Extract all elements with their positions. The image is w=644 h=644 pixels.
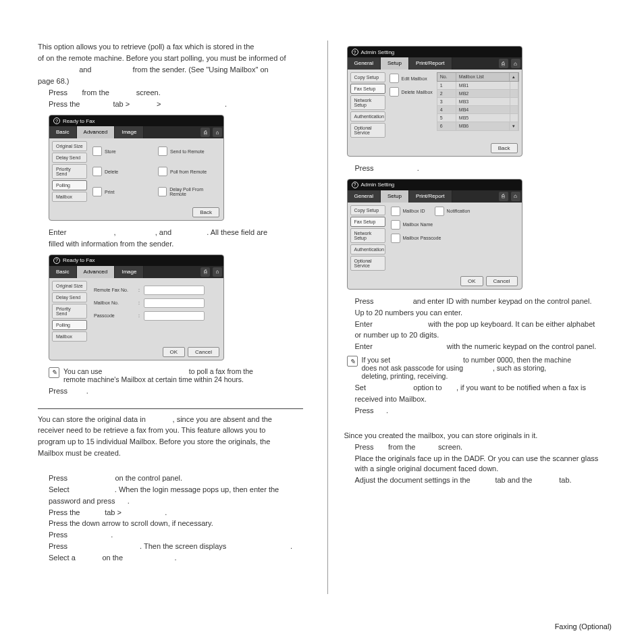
tab-advanced[interactable]: Advanced [77,126,115,138]
tab-setup[interactable]: Setup [381,57,409,70]
sidebar-authentication[interactable]: Authentication [350,111,385,122]
window-title: Admin Setting [361,182,395,188]
save-icon[interactable]: ⎙ [499,192,508,201]
table-row[interactable]: 2MB2 [437,90,519,98]
step: Press . [38,386,303,396]
sidebar-priority-send[interactable]: Priority Send [52,304,87,319]
ok-button[interactable]: OK [163,347,186,357]
sidebar-delay-send[interactable]: Delay Send [52,292,87,302]
tab-image[interactable]: Image [115,126,144,138]
home-icon[interactable]: ⌂ [511,192,520,201]
home-icon[interactable]: ⌂ [511,59,520,68]
tab-basic[interactable]: Basic [49,126,77,138]
sidebar-network-setup[interactable]: Network Setup [350,95,385,110]
note-icon: ✎ [347,356,358,367]
step: Press from the screen. [38,88,303,98]
text: receiver need to be retrieve a fax from … [38,425,303,435]
checkbox[interactable] [390,87,399,97]
sidebar-optional-service[interactable]: Optional Service [350,123,385,138]
sidebar-original-size[interactable]: Original Size [52,281,87,291]
checkbox[interactable] [390,74,399,83]
scroll-down-icon[interactable]: ▾ [510,122,518,130]
checkbox[interactable] [92,187,102,196]
tab-print-report[interactable]: Print/Report [409,57,452,70]
table-row[interactable]: 1MB1 [437,82,519,90]
step: Enter with the pop up keyboard. It can b… [344,319,610,329]
text: This option allows you to retrieve (poll… [38,42,303,52]
checkbox[interactable] [158,187,167,196]
save-icon[interactable]: ⎙ [200,128,210,137]
home-icon[interactable]: ⌂ [213,128,222,137]
step: Adjust the document settings in the tab … [344,475,610,485]
scroll-up-icon[interactable]: ▴ [510,73,518,81]
window-title: Ready to Fax [63,118,95,124]
screenshot-admin-setting-2: ?Admin Setting General Setup Print/Repor… [347,179,522,290]
remote-fax-no-input[interactable] [144,286,205,295]
tab-print-report[interactable]: Print/Report [409,190,452,203]
table-row[interactable]: 6MB6▾ [437,122,519,131]
tab-general[interactable]: General [348,190,381,203]
checkbox[interactable] [435,207,444,216]
step: Press . [344,163,610,173]
checkbox[interactable] [391,220,400,230]
mailbox-no-input[interactable] [144,298,205,308]
back-button[interactable]: Back [192,207,219,217]
screenshot-ready-to-fax-2: ?Ready to Fax Basic Advanced Image ⎙ ⌂ O… [49,254,224,360]
sidebar-authentication[interactable]: Authentication [350,244,385,254]
checkbox[interactable] [92,146,102,156]
sidebar-fax-setup[interactable]: Fax Setup [350,217,385,227]
text: program up to 15 individual Mailbox. Bef… [38,437,303,447]
sidebar-polling[interactable]: Polling [52,320,87,330]
sidebar-copy-setup[interactable]: Copy Setup [350,72,385,82]
step: Enter , , and . All these field are [38,227,303,238]
tab-image[interactable]: Image [115,266,144,278]
note: ✎ You can use to poll a fax from theremo… [49,367,303,383]
sidebar-priority-send[interactable]: Priority Send [52,164,87,179]
step: Press . [38,530,303,540]
table-row[interactable]: 3MB3 [437,98,519,106]
sidebar-fax-setup[interactable]: Fax Setup [350,84,385,94]
window-title: Ready to Fax [63,257,95,263]
text: You can store the original data in , sin… [38,414,303,425]
sidebar-optional-service[interactable]: Optional Service [350,256,385,271]
sidebar-mailbox[interactable]: Mailbox [52,331,87,342]
tab-advanced[interactable]: Advanced [77,266,115,278]
sidebar-mailbox[interactable]: Mailbox [52,192,87,202]
home-icon[interactable]: ⌂ [213,267,222,277]
tab-setup[interactable]: Setup [381,190,409,203]
left-column: This option allows you to retrieve (poll… [38,41,311,594]
passcode-input[interactable] [144,311,205,321]
save-icon[interactable]: ⎙ [200,267,210,277]
right-column: ?Admin Setting General Setup Print/Repor… [344,41,618,594]
step: Press the down arrow to scroll down, if … [38,518,303,529]
section-divider [38,408,303,409]
window-title: Admin Setting [361,49,395,55]
column-divider [327,41,328,594]
table-row[interactable]: 4MB4 [437,106,519,114]
sidebar-network-setup[interactable]: Network Setup [350,228,385,243]
text: filled with information from the sender. [38,239,303,249]
back-button[interactable]: Back [491,143,518,153]
checkbox[interactable] [92,167,102,176]
sidebar-delay-send[interactable]: Delay Send [52,153,87,163]
checkbox[interactable] [391,207,400,216]
sidebar-original-size[interactable]: Original Size [52,141,87,151]
table-row[interactable]: 5MB5 [437,114,519,122]
cancel-button[interactable]: Cancel [486,276,518,286]
screenshot-admin-setting-1: ?Admin Setting General Setup Print/Repor… [347,46,522,157]
sidebar-copy-setup[interactable]: Copy Setup [350,205,385,215]
text: or number up to 20 digits. [344,330,610,340]
checkbox[interactable] [158,167,167,176]
checkbox[interactable] [391,234,400,243]
ok-button[interactable]: OK [460,276,483,286]
mailbox-table: No.Mailbox List▴ 1MB1 2MB2 3MB3 4MB4 5MB… [437,72,519,138]
help-icon: ? [352,49,358,55]
text: Mailbox must be created. [38,448,303,458]
tab-general[interactable]: General [348,57,381,70]
sidebar-polling[interactable]: Polling [52,180,87,190]
cancel-button[interactable]: Cancel [188,347,219,357]
tab-basic[interactable]: Basic [49,266,77,278]
page-footer: Faxing (Optional) [555,622,612,630]
checkbox[interactable] [158,146,167,156]
save-icon[interactable]: ⎙ [499,59,508,68]
